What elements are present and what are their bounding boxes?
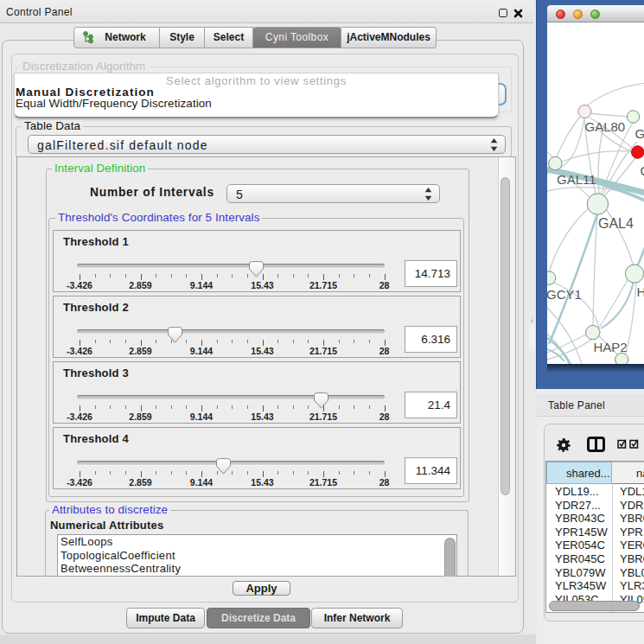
svg-text:GAL4: GAL4 — [598, 216, 634, 231]
svg-text:GAL11: GAL11 — [557, 172, 596, 187]
svg-text:CY: CY — [641, 163, 644, 178]
svg-text:GAL: GAL — [635, 126, 644, 141]
svg-text:HAP2: HAP2 — [594, 340, 628, 354]
svg-text:GAL80: GAL80 — [585, 119, 626, 134]
svg-text:GCY1: GCY1 — [547, 287, 582, 302]
svg-text:HIS: HIS — [637, 284, 644, 299]
